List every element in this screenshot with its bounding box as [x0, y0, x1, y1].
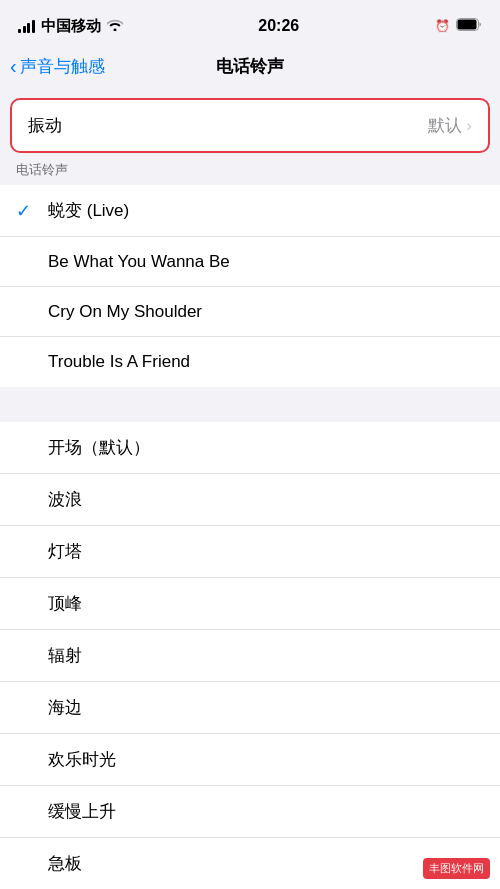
default-ringtone-name: 缓慢上升	[48, 800, 116, 823]
vibration-label: 振动	[28, 114, 62, 137]
default-ringtone-item-3[interactable]: 顶峰	[0, 578, 500, 630]
back-button[interactable]: ‹ 声音与触感	[10, 55, 105, 78]
default-ringtone-item-1[interactable]: 波浪	[0, 474, 500, 526]
default-ringtone-item-4[interactable]: 辐射	[0, 630, 500, 682]
svg-rect-1	[457, 20, 476, 30]
ringtone-name: Cry On My Shoulder	[48, 302, 202, 322]
ringtone-item-2[interactable]: Cry On My Shoulder	[0, 287, 500, 337]
signal-bar-4	[32, 20, 35, 33]
default-ringtone-item-2[interactable]: 灯塔	[0, 526, 500, 578]
section-separator	[0, 387, 500, 422]
ringtone-item-3[interactable]: Trouble Is A Friend	[0, 337, 500, 387]
battery-icon	[456, 18, 482, 34]
default-ringtone-name: 辐射	[48, 644, 82, 667]
ringtone-name: Trouble Is A Friend	[48, 352, 190, 372]
default-ringtone-name: 灯塔	[48, 540, 82, 563]
back-arrow-icon: ‹	[10, 56, 17, 76]
ringtone-name: Be What You Wanna Be	[48, 252, 230, 272]
default-ringtone-name: 欢乐时光	[48, 748, 116, 771]
watermark-text: 丰图软件网	[429, 862, 484, 874]
watermark: 丰图软件网	[423, 858, 490, 879]
wifi-icon	[107, 19, 123, 34]
default-ringtones-list: 开场（默认） 波浪 灯塔 顶峰 辐射 海边 欢乐时光 缓慢上升 急板	[0, 422, 500, 889]
default-ringtone-name: 开场（默认）	[48, 436, 150, 459]
carrier-info: 中国移动	[18, 17, 123, 36]
default-ringtone-item-5[interactable]: 海边	[0, 682, 500, 734]
section-header-ringtones: 电话铃声	[0, 153, 500, 185]
back-label: 声音与触感	[20, 55, 105, 78]
status-bar: 中国移动 20:26 ⏰	[0, 0, 500, 44]
signal-bars	[18, 20, 35, 33]
default-ringtone-name: 顶峰	[48, 592, 82, 615]
status-icons: ⏰	[435, 18, 482, 34]
signal-bar-1	[18, 29, 21, 33]
ringtone-name: 蜕变 (Live)	[48, 199, 129, 222]
default-ringtone-item-7[interactable]: 缓慢上升	[0, 786, 500, 838]
nav-bar: ‹ 声音与触感 电话铃声	[0, 44, 500, 88]
default-ringtone-item-6[interactable]: 欢乐时光	[0, 734, 500, 786]
carrier-name: 中国移动	[41, 17, 101, 36]
vibration-value-area: 默认 ›	[428, 114, 472, 137]
section-header-label: 电话铃声	[16, 162, 68, 177]
status-time: 20:26	[258, 17, 299, 35]
default-ringtone-name: 急板	[48, 852, 82, 875]
vibration-row[interactable]: 振动 默认 ›	[12, 100, 488, 151]
alarm-icon: ⏰	[435, 19, 450, 33]
ringtone-item-1[interactable]: Be What You Wanna Be	[0, 237, 500, 287]
default-ringtone-item-0[interactable]: 开场（默认）	[0, 422, 500, 474]
chevron-right-icon: ›	[466, 116, 472, 136]
checkmark-icon: ✓	[16, 200, 36, 222]
ringtone-list: ✓ 蜕变 (Live) Be What You Wanna Be Cry On …	[0, 185, 500, 387]
default-ringtone-name: 波浪	[48, 488, 82, 511]
vibration-value: 默认	[428, 114, 462, 137]
signal-bar-3	[27, 23, 30, 33]
default-ringtone-name: 海边	[48, 696, 82, 719]
ringtone-item-0[interactable]: ✓ 蜕变 (Live)	[0, 185, 500, 237]
vibration-section[interactable]: 振动 默认 ›	[10, 98, 490, 153]
page-title: 电话铃声	[216, 55, 284, 78]
signal-bar-2	[23, 26, 26, 33]
